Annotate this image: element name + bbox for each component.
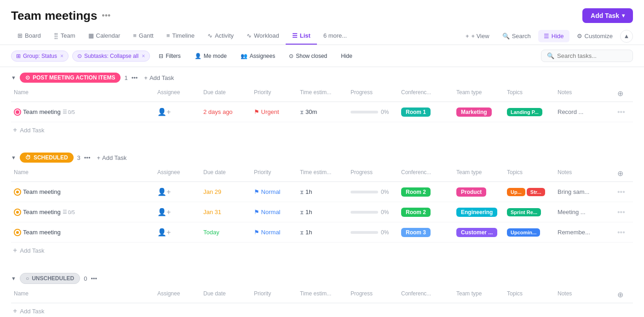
add-assignee-icon[interactable]: 👤+ xyxy=(157,108,171,116)
task-actions-cell[interactable]: ••• xyxy=(615,226,633,239)
tab-timeline[interactable]: ≡ Timeline xyxy=(160,28,201,45)
task-time-cell[interactable]: ⧗ 1h xyxy=(297,186,348,198)
task-priority-cell[interactable]: ⚑ Urgent xyxy=(251,106,297,118)
hide-toolbar-button[interactable]: Hide xyxy=(336,51,357,62)
task-assignee-cell[interactable]: 👤+ xyxy=(155,105,201,119)
add-task-scheduled[interactable]: + Add Task xyxy=(94,153,129,162)
filters-button[interactable]: ⊟ Filters xyxy=(154,51,186,62)
add-task-icon: + xyxy=(13,246,17,255)
section-toggle-post-meeting[interactable]: ▼ xyxy=(11,75,16,80)
more-options-btn[interactable]: ••• xyxy=(102,11,110,21)
row-more-icon[interactable]: ••• xyxy=(617,228,625,237)
assignees-button[interactable]: 👥 Assignees xyxy=(236,51,280,62)
task-priority-cell[interactable]: ⚑ Normal xyxy=(251,226,297,238)
search-nav-button[interactable]: 🔍 Search xyxy=(497,30,536,42)
add-assignee-icon[interactable]: 👤+ xyxy=(157,228,171,237)
task-name-cell[interactable]: Team meeting xyxy=(11,186,155,198)
group-chip-close[interactable]: × xyxy=(60,53,63,59)
task-progress-cell[interactable]: 0% xyxy=(348,186,398,198)
tab-workload[interactable]: ∿ Workload xyxy=(240,28,286,45)
col-add-s[interactable]: ⊕ xyxy=(615,167,633,180)
tab-activity[interactable]: ∿ Activity xyxy=(201,28,240,45)
me-mode-button[interactable]: 👤 Me mode xyxy=(190,51,232,62)
task-team-cell[interactable]: Product xyxy=(454,185,504,199)
collapse-nav-button[interactable]: ▲ xyxy=(620,30,633,43)
task-team-cell[interactable]: Engineering xyxy=(454,205,504,220)
task-notes-cell[interactable]: Bring sam... xyxy=(555,186,615,198)
task-time-cell[interactable]: ⧗ 30m xyxy=(297,106,348,118)
subtasks-chip[interactable]: ⊙ Subtasks: Collapse all × xyxy=(72,51,150,62)
task-progress-cell[interactable]: 0% xyxy=(348,106,398,118)
task-team-cell[interactable]: Customer ... xyxy=(454,225,504,240)
task-conference-cell[interactable]: Room 2 xyxy=(398,205,454,220)
task-assignee-cell[interactable]: 👤+ xyxy=(155,205,201,219)
add-assignee-icon[interactable]: 👤+ xyxy=(157,208,171,216)
row-more-icon[interactable]: ••• xyxy=(617,108,625,116)
task-priority-cell[interactable]: ⚑ Normal xyxy=(251,186,297,198)
customize-button[interactable]: ⚙ Customize xyxy=(571,30,618,42)
task-name-cell[interactable]: Team meeting ☰ 0/5 xyxy=(11,106,155,119)
task-priority-cell[interactable]: ⚑ Normal xyxy=(251,206,297,218)
task-progress-cell[interactable]: 0% xyxy=(348,226,398,238)
task-topics-cell[interactable]: Landing P... xyxy=(504,105,555,119)
section-more-unscheduled[interactable]: ••• xyxy=(91,275,97,282)
tab-calendar[interactable]: ▦ Calendar xyxy=(82,28,127,45)
add-task-row-post-meeting[interactable]: + Add Task xyxy=(11,122,633,138)
task-topics-cell[interactable]: Upcomin... xyxy=(504,226,555,239)
section-header-unscheduled[interactable]: ▼ ○ UNSCHEDULED 0 ••• xyxy=(11,267,633,287)
row-more-icon[interactable]: ••• xyxy=(617,188,625,196)
task-due-cell[interactable]: Jan 29 xyxy=(201,186,251,198)
task-conference-cell[interactable]: Room 2 xyxy=(398,185,454,199)
task-actions-cell[interactable]: ••• xyxy=(615,205,633,219)
task-name-cell[interactable]: Team meeting ☰ 0/5 xyxy=(11,206,155,219)
tab-board[interactable]: ⊞ Board xyxy=(11,28,47,45)
task-topics-cell[interactable]: Sprint Re... xyxy=(504,205,555,219)
task-progress-cell[interactable]: 0% xyxy=(348,206,398,218)
task-notes-cell[interactable]: Record ... xyxy=(555,106,615,118)
task-time-cell[interactable]: ⧗ 1h xyxy=(297,206,348,218)
search-input[interactable] xyxy=(557,52,627,59)
task-time-cell[interactable]: ⧗ 1h xyxy=(297,226,348,238)
task-actions-cell[interactable]: ••• xyxy=(615,105,633,119)
tab-gantt[interactable]: ≡ Gantt xyxy=(126,28,160,45)
task-conference-cell[interactable]: Room 1 xyxy=(398,105,454,119)
section-header-post-meeting[interactable]: ▼ ⊙ POST MEETING ACTION ITEMS 1 ••• + Ad… xyxy=(11,67,633,85)
hide-button[interactable]: ☰ Hide xyxy=(538,30,569,42)
col-add-u[interactable]: ⊕ xyxy=(615,289,633,301)
task-assignee-cell[interactable]: 👤+ xyxy=(155,185,201,199)
col-add[interactable]: ⊕ xyxy=(615,87,633,100)
add-task-row-unscheduled[interactable]: + Add Task xyxy=(11,303,633,317)
row-more-icon[interactable]: ••• xyxy=(617,208,625,216)
section-header-scheduled[interactable]: ▼ ⏱ SCHEDULED 3 ••• + Add Task xyxy=(11,147,633,165)
task-name-cell[interactable]: Team meeting xyxy=(11,226,155,239)
task-notes-cell[interactable]: Remembe... xyxy=(555,226,615,238)
task-conference-cell[interactable]: Room 3 xyxy=(398,225,454,240)
search-box[interactable]: 🔍 xyxy=(541,50,633,62)
task-due-cell[interactable]: Jan 31 xyxy=(201,206,251,218)
section-toggle-unscheduled[interactable]: ▼ xyxy=(11,276,16,281)
tab-list[interactable]: ☰ List xyxy=(286,28,317,45)
view-button[interactable]: + + View xyxy=(460,30,495,42)
add-task-row-scheduled[interactable]: + Add Task xyxy=(11,243,633,258)
add-task-button[interactable]: Add Task ▾ xyxy=(582,8,633,23)
task-assignee-cell[interactable]: 👤+ xyxy=(155,225,201,239)
task-notes-cell[interactable]: Meeting ... xyxy=(555,206,615,218)
task-topics-cell[interactable]: Up... Str... xyxy=(504,185,555,199)
section-more-post-meeting[interactable]: ••• xyxy=(132,74,138,81)
add-assignee-icon[interactable]: 👤+ xyxy=(157,187,171,196)
add-task-post-meeting[interactable]: + Add Task xyxy=(141,74,177,82)
col-conference: Conferenc... xyxy=(398,87,454,100)
group-status-chip[interactable]: ⊞ Group: Status × xyxy=(11,51,69,62)
section-toggle-scheduled[interactable]: ▼ xyxy=(11,155,16,160)
section-more-scheduled[interactable]: ••• xyxy=(84,154,91,161)
task-team-cell[interactable]: Marketing xyxy=(454,105,504,119)
task-due-cell[interactable]: Today xyxy=(201,226,251,238)
progress-percent: 0% xyxy=(381,109,389,115)
tab-team[interactable]: ⣿ Team xyxy=(47,28,82,45)
task-due-cell[interactable]: 2 days ago xyxy=(201,106,251,118)
subtasks-chip-close[interactable]: × xyxy=(142,53,145,59)
show-closed-button[interactable]: ⊙ Show closed xyxy=(284,51,332,62)
tab-more[interactable]: 6 more... xyxy=(317,28,353,45)
hourglass-icon: ⧗ xyxy=(300,229,304,236)
task-actions-cell[interactable]: ••• xyxy=(615,185,633,199)
